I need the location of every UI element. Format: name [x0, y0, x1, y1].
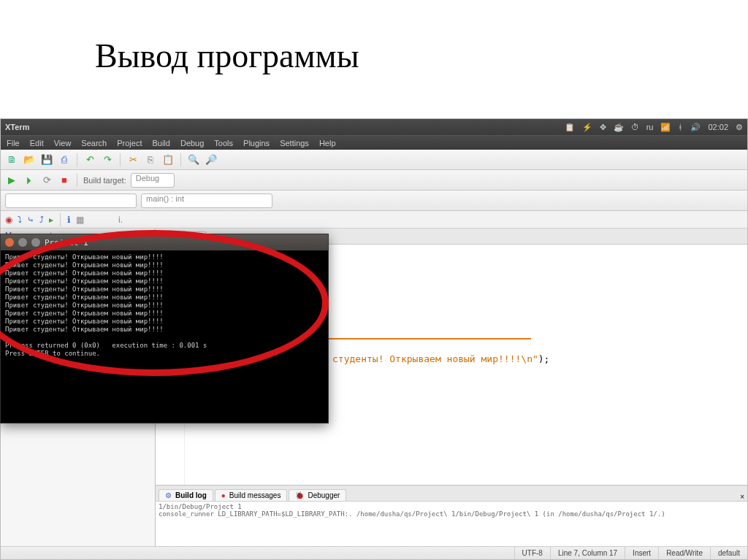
status-encoding[interactable]: UTF-8	[514, 547, 550, 559]
window-maximize-icon[interactable]	[31, 238, 40, 247]
output-line: Привет студенты! Открываем новый мир!!!!	[5, 318, 164, 325]
xterm-output[interactable]: Привет студенты! Открываем новый мир!!!!…	[1, 250, 328, 361]
toolbar-separator	[180, 153, 181, 166]
tab-build-messages[interactable]: ●Build messages	[215, 489, 288, 501]
status-insert[interactable]: Insert	[625, 547, 658, 559]
log-line: console_runner LD_LIBRARY_PATH=$LD_LIBRA…	[159, 510, 744, 518]
output-return: Process returned 0 (0x0) execution time …	[5, 342, 207, 349]
menu-edit[interactable]: Edit	[30, 139, 44, 147]
battery-icon[interactable]: ⚡	[582, 123, 592, 132]
marker-icon[interactable]: i.	[118, 215, 123, 225]
step-out-icon[interactable]: ⤴	[39, 215, 44, 225]
build-log-output[interactable]: 1/bin/Debug/Project 1 console_runner LD_…	[156, 502, 747, 546]
output-line: Привет студенты! Открываем новый мир!!!!	[5, 269, 164, 277]
menu-search[interactable]: Search	[81, 139, 107, 147]
step-icon[interactable]: ⤵	[18, 215, 22, 225]
clock[interactable]: 02:02	[708, 123, 728, 131]
volume-icon[interactable]: 🔊	[690, 123, 701, 132]
xterm-titlebar[interactable]: Project 1	[1, 234, 328, 250]
gear-icon[interactable]: ⚙	[736, 123, 743, 132]
clipboard-icon[interactable]: 📋	[565, 123, 575, 132]
output-line: Привет студенты! Открываем новый мир!!!!	[5, 310, 164, 317]
menu-file[interactable]: File	[7, 139, 20, 147]
app-indicator: XTerm	[5, 123, 29, 131]
paste-icon[interactable]: 📋	[161, 153, 175, 166]
status-linecol: Line 7, Column 17	[550, 547, 625, 559]
build-run-icon[interactable]: ⏵	[23, 174, 36, 187]
toolbar-main: 🗎 📂 💾 ⎙ ↶ ↷ ✂ ⎘ 📋 🔍 🔎	[1, 150, 747, 170]
speed-icon[interactable]: ⏱	[631, 123, 639, 131]
system-tray: 📋 ⚡ ✥ ☕ ⏱ ru 📶 ᚼ 🔊 02:02 ⚙	[565, 123, 743, 132]
find-icon[interactable]: 🔍	[187, 153, 200, 166]
cut-icon[interactable]: ✂	[126, 153, 140, 166]
output-prompt: Press ENTER to continue.	[5, 350, 100, 357]
tab-build-log[interactable]: ⚙Build log	[159, 489, 213, 501]
toolbar-separator	[120, 153, 121, 166]
menu-debug[interactable]: Debug	[180, 139, 204, 147]
tab-debugger[interactable]: 🐞Debugger	[289, 489, 346, 501]
divider-line	[312, 338, 531, 340]
tab-label: Build messages	[229, 491, 281, 499]
stop-icon[interactable]: ■	[58, 174, 71, 187]
toolbar-separator	[77, 174, 77, 187]
copy-icon[interactable]: ⎘	[144, 153, 157, 166]
window-minimize-icon[interactable]	[18, 238, 27, 247]
wifi-icon[interactable]: 📶	[660, 123, 671, 132]
output-line: Привет студенты! Открываем новый мир!!!!	[5, 261, 164, 269]
menu-help[interactable]: Help	[319, 139, 336, 147]
toolbar-separator	[60, 213, 61, 226]
output-line: Привет студенты! Открываем новый мир!!!!	[5, 253, 164, 261]
status-profile[interactable]: default	[710, 547, 747, 559]
save-icon[interactable]: 💾	[40, 153, 53, 166]
new-file-icon[interactable]: 🗎	[5, 153, 18, 166]
scope-namespace-select[interactable]	[5, 193, 137, 208]
run-icon[interactable]: ▶	[5, 174, 18, 187]
output-line: Привет студенты! Открываем новый мир!!!!	[5, 285, 164, 293]
scope-function-select[interactable]: main() : int	[141, 193, 272, 208]
status-bar: UTF-8 Line 7, Column 17 Insert Read/Writ…	[1, 546, 747, 559]
menu-settings[interactable]: Settings	[280, 139, 309, 147]
run-cursor-icon[interactable]: ▸	[49, 215, 53, 225]
cup-icon[interactable]: ☕	[614, 123, 624, 132]
open-file-icon[interactable]: 📂	[23, 153, 36, 166]
rebuild-icon[interactable]: ⟳	[40, 174, 53, 187]
save-all-icon[interactable]: ⎙	[58, 153, 71, 166]
xterm-window[interactable]: Project 1 Привет студенты! Открываем нов…	[0, 234, 329, 423]
panel-close-icon[interactable]: ×	[740, 493, 744, 501]
bug-icon: 🐞	[295, 491, 304, 499]
chart-icon[interactable]: ▦	[76, 215, 84, 225]
slide-title: Вывод программы	[0, 0, 748, 97]
menu-tools[interactable]: Tools	[214, 139, 233, 147]
break-icon[interactable]: ◉	[5, 215, 12, 225]
build-target-label: Build target:	[83, 176, 126, 185]
build-target-select[interactable]: Debug	[131, 173, 175, 188]
tab-label: Debugger	[308, 491, 340, 499]
menu-project[interactable]: Project	[117, 139, 142, 147]
log-tabs: ⚙Build log ●Build messages 🐞Debugger ×	[156, 486, 747, 502]
mini-toolbar: ◉ ⤵ ⤷ ⤴ ▸ ℹ ▦ i.	[1, 211, 747, 229]
menu-view[interactable]: View	[54, 139, 72, 147]
log-line: 1/bin/Debug/Project 1	[159, 503, 744, 510]
lang-indicator[interactable]: ru	[646, 123, 654, 131]
undo-icon[interactable]: ↶	[83, 153, 96, 166]
gear-icon: ⚙	[165, 491, 172, 499]
info-icon[interactable]: ℹ	[67, 215, 71, 225]
output-line: Привет студенты! Открываем новый мир!!!!	[5, 294, 164, 301]
redo-icon[interactable]: ↷	[101, 153, 114, 166]
log-panel: ⚙Build log ●Build messages 🐞Debugger × 1…	[156, 485, 747, 546]
output-line: Привет студенты! Открываем новый мир!!!!	[5, 326, 164, 333]
app-menubar: File Edit View Search Project Build Debu…	[1, 135, 747, 150]
dropbox-icon[interactable]: ✥	[600, 123, 606, 132]
status-rw: Read/Write	[658, 547, 710, 559]
replace-icon[interactable]: 🔎	[205, 153, 218, 166]
menu-build[interactable]: Build	[152, 139, 169, 147]
toolbar-build: ▶ ⏵ ⟳ ■ Build target: Debug	[1, 170, 747, 191]
menu-plugins[interactable]: Plugins	[243, 139, 270, 147]
error-icon: ●	[221, 491, 226, 499]
step-over-icon[interactable]: ⤷	[27, 215, 34, 225]
code-token: );	[538, 353, 550, 364]
output-line: Привет студенты! Открываем новый мир!!!!	[5, 302, 164, 309]
bluetooth-icon[interactable]: ᚼ	[678, 123, 683, 131]
window-close-icon[interactable]	[5, 238, 14, 247]
xterm-title: Project 1	[45, 238, 88, 248]
